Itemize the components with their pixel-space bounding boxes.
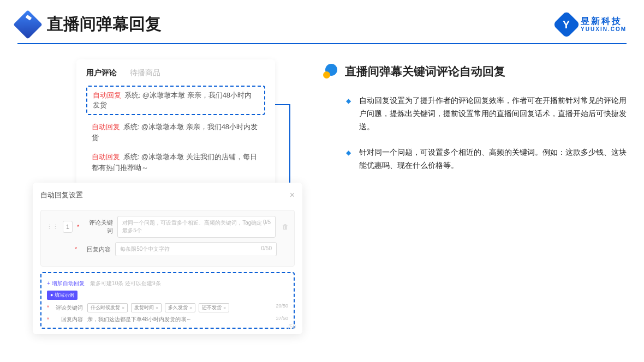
highlighted-comment: 自动回复 系统: @冰墩墩本墩 亲亲，我们48小时内发货	[86, 86, 265, 115]
label-content: 回复内容	[81, 245, 111, 254]
tag-remove-icon[interactable]: ×	[122, 305, 124, 311]
section-bullet-icon	[323, 64, 338, 79]
brand-logo: Y 昱新科技 YUUXIN.COM	[557, 15, 627, 34]
bullet-item-2: 针对同一个问题，可设置多个相近的、高频的关键词。例如：这款多少钱、这块能优惠吗、…	[359, 146, 627, 172]
autoreply-tag: 自动回复	[92, 123, 120, 131]
section-header: 直播间弹幕关键词评论自动回复	[323, 64, 627, 79]
tag-chip[interactable]: 多久发货×	[165, 303, 195, 312]
bullet-item-1: 自动回复设置为了提升作者的评论回复效率，作者可在开播前针对常见的评论用户问题，提…	[359, 94, 627, 133]
cube-icon	[13, 10, 43, 39]
page-title: 直播间弹幕回复	[47, 13, 162, 35]
form-area: ⋮⋮ 1 * 评论关键词 对同一个问题，可设置多个相近、高频的关键词，Tag确定…	[40, 210, 295, 267]
tag-remove-icon[interactable]: ×	[223, 305, 226, 311]
connector-h1	[275, 104, 290, 105]
autoreply-settings-modal: 自动回复设置 × ⋮⋮ 1 * 评论关键词 对同一个问题，可设置多个相近、高频的…	[33, 183, 302, 334]
index-box: 1	[63, 221, 73, 233]
example-content-line: 亲，我们这边都是下单48小时内发货的哦～ 37/50	[87, 316, 288, 323]
comment-row-3: 自动回复 系统: @冰墩墩本墩 关注我们的店铺，每日都有热门推荐呦～	[86, 149, 265, 175]
content-input[interactable]: 每条限50个中文字符 0/50	[115, 242, 277, 256]
required-star: *	[77, 224, 79, 230]
example-row-keyword: * 评论关键词 什么时候发货× 发货时间× 多久发货× 还不发货× 20/50	[47, 303, 288, 312]
required-star: *	[47, 305, 49, 311]
trash-icon[interactable]: 🗑	[282, 223, 289, 231]
keyword-input[interactable]: 对同一个问题，可设置多个相近、高频的关键词，Tag确定，最多5个 0/5	[117, 216, 276, 238]
modal-header: 自动回复设置 ×	[40, 190, 295, 200]
logo-letter: Y	[563, 18, 570, 31]
tag-remove-icon[interactable]: ×	[156, 305, 158, 311]
tag-remove-icon[interactable]: ×	[189, 305, 192, 311]
keyword-counter: 0/5	[263, 219, 271, 225]
logo-text: 昱新科技 YUUXIN.COM	[581, 16, 627, 32]
logo-mark-icon: Y	[553, 10, 581, 38]
autoreply-tag: 自动回复	[93, 91, 121, 99]
example-label-keyword: 评论关键词	[53, 304, 83, 312]
example-content-text: 亲，我们这边都是下单48小时内发货的哦～	[87, 316, 192, 322]
form-row-content: * 回复内容 每条限50个中文字符 0/50	[46, 242, 289, 256]
brand-name-zh: 昱新科技	[581, 16, 627, 26]
content-placeholder: 每条限50个中文字符	[120, 246, 170, 252]
example-tags-line: 什么时候发货× 发货时间× 多久发货× 还不发货× 20/50	[87, 303, 288, 312]
required-star: *	[75, 246, 77, 252]
tab-user-comments[interactable]: 用户评论	[86, 68, 117, 78]
ghost-counter: /50	[288, 324, 296, 330]
header-divider	[17, 43, 627, 44]
left-column: 用户评论 待播商品 自动回复 系统: @冰墩墩本墩 亲亲，我们48小时内发货 自…	[17, 59, 301, 218]
example-badge: ● 填写示例	[47, 291, 77, 300]
right-column: 直播间弹幕关键词评论自动回复 自动回复设置为了提升作者的评论回复效率，作者可在开…	[323, 59, 627, 218]
example-keyword-counter: 20/50	[276, 303, 288, 309]
example-highlight: + 增加自动回复 最多可建10条 还可以创建9条 ● 填写示例 * 评论关键词 …	[40, 272, 295, 329]
tag-chip[interactable]: 发货时间×	[131, 303, 162, 312]
required-star: *	[47, 317, 49, 323]
comments-tabs: 用户评论 待播商品	[86, 68, 265, 78]
section-title: 直播间弹幕关键词评论自动回复	[345, 64, 505, 79]
comment-row-2: 自动回复 系统: @冰墩墩本墩 亲亲，我们48小时内发货	[86, 119, 265, 145]
example-label-content: 回复内容	[53, 316, 83, 323]
drag-icon[interactable]: ⋮⋮	[46, 224, 58, 231]
close-icon[interactable]: ×	[290, 190, 295, 200]
example-content-counter: 37/50	[276, 316, 288, 321]
example-row-content: * 回复内容 亲，我们这边都是下单48小时内发货的哦～ 37/50	[47, 316, 288, 323]
add-hint: 最多可建10条 还可以创建9条	[90, 280, 160, 286]
page-header: 直播间弹幕回复 Y 昱新科技 YUUXIN.COM	[0, 0, 644, 43]
content-counter: 0/50	[261, 245, 272, 251]
add-autoreply-link[interactable]: + 增加自动回复	[47, 280, 85, 286]
brand-name-en: YUUXIN.COM	[581, 26, 627, 32]
modal-title: 自动回复设置	[40, 190, 83, 200]
label-keyword: 评论关键词	[84, 219, 113, 235]
bullet-list: 自动回复设置为了提升作者的评论回复效率，作者可在开播前针对常见的评论用户问题，提…	[323, 94, 627, 172]
tag-chip[interactable]: 什么时候发货×	[87, 303, 128, 312]
form-row-keyword: ⋮⋮ 1 * 评论关键词 对同一个问题，可设置多个相近、高频的关键词，Tag确定…	[46, 216, 289, 238]
main-content: 用户评论 待播商品 自动回复 系统: @冰墩墩本墩 亲亲，我们48小时内发货 自…	[0, 59, 644, 218]
tab-pending-goods[interactable]: 待播商品	[130, 68, 160, 78]
tag-chip[interactable]: 还不发货×	[199, 303, 229, 312]
keyword-placeholder: 对同一个问题，可设置多个相近、高频的关键词，Tag确定，最多5个	[122, 220, 267, 233]
autoreply-tag: 自动回复	[92, 153, 120, 161]
